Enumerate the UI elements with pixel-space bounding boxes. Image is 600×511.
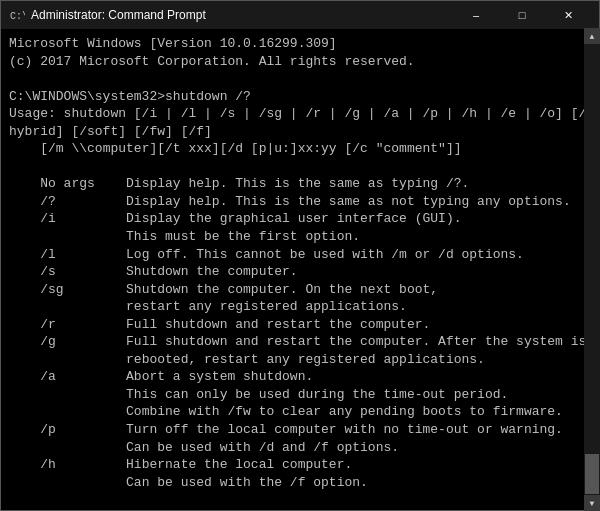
title-bar: C:\ Administrator: Command Prompt – □ ✕ (1, 1, 599, 29)
svg-text:C:\: C:\ (10, 11, 25, 22)
scroll-down-button[interactable]: ▼ (584, 495, 600, 511)
minimize-button[interactable]: – (453, 1, 499, 29)
window: C:\ Administrator: Command Prompt – □ ✕ … (0, 0, 600, 511)
cmd-icon: C:\ (9, 7, 25, 23)
title-bar-title: Administrator: Command Prompt (31, 8, 453, 22)
terminal-output: Microsoft Windows [Version 10.0.16299.30… (9, 35, 591, 510)
maximize-button[interactable]: □ (499, 1, 545, 29)
window-container: C:\ Administrator: Command Prompt – □ ✕ … (0, 0, 600, 511)
terminal-body: Microsoft Windows [Version 10.0.16299.30… (1, 29, 599, 510)
scroll-up-button[interactable]: ▲ (584, 28, 600, 44)
close-button[interactable]: ✕ (545, 1, 591, 29)
title-bar-controls: – □ ✕ (453, 1, 591, 29)
scrollbar-thumb[interactable] (585, 454, 599, 494)
scrollbar[interactable]: ▲ ▼ (584, 28, 600, 511)
